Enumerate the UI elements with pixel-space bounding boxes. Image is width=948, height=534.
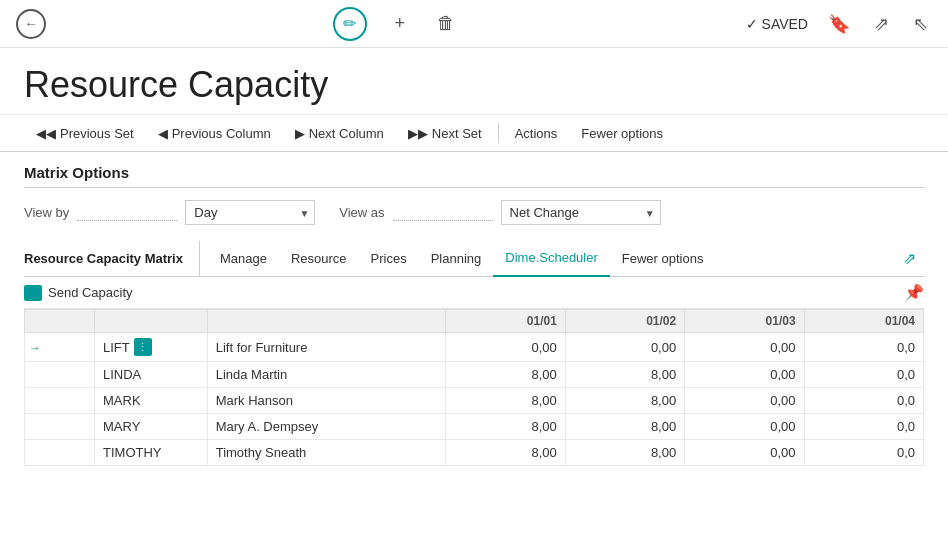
row-val1: 8,00 [446, 440, 565, 466]
fewer-options-button[interactable]: Fewer options [569, 114, 675, 152]
row-val4: 0,0 [804, 388, 923, 414]
view-by-label: View by [24, 205, 69, 220]
prev-set-button[interactable]: ◀◀ Previous Set [24, 114, 146, 152]
fewer-options-label: Fewer options [581, 126, 663, 141]
table-header-row: 01/01 01/02 01/03 01/04 [25, 310, 924, 333]
expand-icon: ⇖ [913, 14, 928, 34]
tab-resource[interactable]: Resource [279, 241, 359, 277]
view-as-select[interactable]: Net Change Balance at Date [501, 200, 661, 225]
actions-label: Actions [515, 126, 558, 141]
view-by-dots [77, 204, 177, 221]
table-row: → LIFT ⋮ Lift for Furniture 0,00 0,00 0,… [25, 333, 924, 362]
send-capacity-row: Send Capacity 📌 [24, 277, 924, 309]
prev-col-label: Previous Column [172, 126, 271, 141]
col-header-arrow [25, 310, 95, 333]
next-set-label: Next Set [432, 126, 482, 141]
row-val3: 0,00 [685, 362, 804, 388]
prev-col-button[interactable]: ◀ Previous Column [146, 114, 283, 152]
table-row: TIMOTHY Timothy Sneath 8,00 8,00 0,00 0,… [25, 440, 924, 466]
row-code-cell[interactable]: MARK [95, 388, 208, 414]
expand-button[interactable]: ⇖ [909, 9, 932, 39]
next-col-label: Next Column [309, 126, 384, 141]
row-val4: 0,0 [804, 414, 923, 440]
context-menu-btn[interactable]: ⋮ [134, 338, 152, 356]
table-row: MARK Mark Hanson 8,00 8,00 0,00 0,0 [25, 388, 924, 414]
row-val3: 0,00 [685, 333, 804, 362]
edit-icon: ✏ [343, 14, 356, 33]
page-title: Resource Capacity [24, 64, 924, 106]
row-name-cell[interactable]: Mark Hanson [207, 388, 446, 414]
row-val2: 8,00 [565, 362, 684, 388]
add-button[interactable]: + [391, 9, 410, 38]
row-code-cell[interactable]: MARY [95, 414, 208, 440]
row-arrow: → [29, 341, 41, 355]
row-name-cell[interactable]: Mary A. Dempsey [207, 414, 446, 440]
row-name-cell[interactable]: Lift for Furniture [207, 333, 446, 362]
row-val3: 0,00 [685, 388, 804, 414]
next-col-button[interactable]: ▶ Next Column [283, 114, 396, 152]
tab-prices[interactable]: Prices [359, 241, 419, 277]
tab-manage[interactable]: Manage [208, 241, 279, 277]
row-name-cell[interactable]: Linda Martin [207, 362, 446, 388]
actions-button[interactable]: Actions [503, 114, 570, 152]
col-header-date2: 01/02 [565, 310, 684, 333]
table-row: LINDA Linda Martin 8,00 8,00 0,00 0,0 [25, 362, 924, 388]
view-by-group: View by Day Week Month [24, 200, 315, 225]
row-arrow-cell [25, 388, 95, 414]
col-header-date1: 01/01 [446, 310, 565, 333]
row-val2: 8,00 [565, 440, 684, 466]
row-val1: 0,00 [446, 333, 565, 362]
row-val4: 0,0 [804, 440, 923, 466]
matrix-tab-title: Resource Capacity Matrix [24, 241, 200, 277]
send-capacity-button[interactable]: Send Capacity [24, 285, 133, 301]
bookmark-button[interactable]: 🔖 [824, 9, 854, 39]
tab-planning[interactable]: Planning [419, 241, 494, 277]
saved-indicator: ✓ SAVED [746, 16, 808, 32]
check-icon: ✓ [746, 16, 758, 32]
view-as-label: View as [339, 205, 384, 220]
row-code-cell[interactable]: LIFT ⋮ [95, 333, 208, 362]
matrix-expand-icon[interactable]: ⇗ [895, 249, 924, 268]
external-link-icon: ⇗ [874, 14, 889, 34]
table-row: MARY Mary A. Dempsey 8,00 8,00 0,00 0,0 [25, 414, 924, 440]
plus-icon: + [395, 13, 406, 33]
nav-separator [498, 123, 499, 143]
row-code-cell[interactable]: LINDA [95, 362, 208, 388]
row-arrow-cell [25, 440, 95, 466]
tab-planning-label: Planning [431, 251, 482, 266]
prev-set-label: Previous Set [60, 126, 134, 141]
row-arrow-cell [25, 362, 95, 388]
edit-button[interactable]: ✏ [333, 7, 367, 41]
row-val2: 0,00 [565, 333, 684, 362]
tab-fewer-options[interactable]: Fewer options [610, 241, 716, 277]
view-by-select[interactable]: Day Week Month [185, 200, 315, 225]
row-val4: 0,0 [804, 333, 923, 362]
row-code-cell[interactable]: TIMOTHY [95, 440, 208, 466]
toolbar-right: ✓ SAVED 🔖 ⇗ ⇖ [746, 9, 932, 39]
send-capacity-icon [24, 285, 42, 301]
external-link-button[interactable]: ⇗ [870, 9, 893, 39]
toolbar-left: ← [16, 9, 46, 39]
saved-label: SAVED [762, 16, 808, 32]
matrix-tabs: Resource Capacity Matrix Manage Resource… [24, 241, 924, 277]
row-val2: 8,00 [565, 414, 684, 440]
matrix-options-row: View by Day Week Month View as Net Chang… [24, 200, 924, 225]
col-header-date4: 01/04 [804, 310, 923, 333]
col-header-name [207, 310, 446, 333]
back-button[interactable]: ← [16, 9, 46, 39]
pin-icon[interactable]: 📌 [904, 283, 924, 302]
resource-capacity-table: 01/01 01/02 01/03 01/04 → LIFT ⋮ Lift fo… [24, 309, 924, 466]
tab-prices-label: Prices [371, 251, 407, 266]
row-arrow-cell: → [25, 333, 95, 362]
matrix-options-title: Matrix Options [24, 164, 924, 188]
row-val2: 8,00 [565, 388, 684, 414]
row-val3: 0,00 [685, 414, 804, 440]
row-val4: 0,0 [804, 362, 923, 388]
tab-dime-scheduler[interactable]: Dime.Scheduler [493, 241, 610, 277]
tab-resource-label: Resource [291, 251, 347, 266]
row-name-cell[interactable]: Timothy Sneath [207, 440, 446, 466]
delete-button[interactable]: 🗑 [433, 9, 459, 38]
next-set-button[interactable]: ▶▶ Next Set [396, 114, 494, 152]
next-set-icon: ▶▶ [408, 126, 428, 141]
col-header-date3: 01/03 [685, 310, 804, 333]
